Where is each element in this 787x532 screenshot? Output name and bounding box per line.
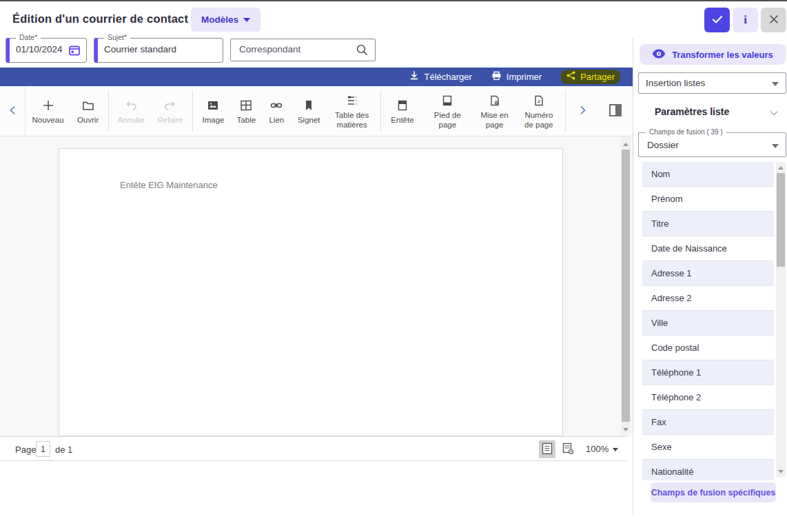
panel-toggle-icon [608,103,623,120]
print-button[interactable]: Imprimer [491,71,542,83]
scrollbar-thumb[interactable] [777,173,785,267]
toolbar-scroll-left-button[interactable] [0,86,25,136]
list-parameters-header[interactable]: Paramètres liste [638,99,786,124]
document-header-text: Entête EIG Maintenance [120,180,218,190]
footer-button[interactable]: Pied de page [421,86,473,136]
insertion-lists-dropdown[interactable]: Insertion listes [638,72,786,94]
fusion-field-label: Ville [651,318,668,328]
fusion-field-row[interactable]: Téléphone 1 [642,360,774,385]
redo-button-label: Refaire [157,116,183,125]
document-canvas[interactable]: Entête EIG Maintenance [0,136,633,436]
download-button[interactable]: Télécharger [409,71,471,83]
page-view-icon [542,442,553,457]
link-button[interactable]: Lien [262,86,292,136]
page-label: Page [15,444,36,455]
close-button[interactable] [761,8,786,32]
fusion-field-row[interactable]: Adresse 1 [642,261,774,286]
redo-button[interactable]: Refaire [151,86,190,136]
fusion-field-row[interactable]: Sexe [642,435,774,460]
date-input[interactable] [16,44,72,54]
fusion-field-label: Téléphone 1 [651,367,701,378]
subject-field[interactable]: Sujet* [94,38,223,63]
correspondent-input[interactable] [239,44,343,54]
insertion-lists-value: Insertion listes [646,78,705,88]
header-button-label: Entête [391,116,413,125]
share-button[interactable]: Partager [561,70,620,84]
caret-down-icon [772,144,779,148]
fusion-field-label: Code postal [651,342,699,353]
fusion-field-row[interactable]: Code postal [642,336,774,360]
scroll-up-icon[interactable] [778,166,784,170]
fusion-field-row[interactable]: Téléphone 2 [642,385,774,410]
info-icon: i [744,13,747,27]
new-button[interactable]: Nouveau [25,86,70,136]
plus-icon [41,99,55,112]
table-button[interactable]: Table [231,86,262,136]
fusion-field-row[interactable]: Adresse 2 [642,286,774,311]
toolbar-separator [380,90,381,132]
date-field-label: Date* [16,33,41,41]
fusion-field-row[interactable]: Date de Naissance [642,236,774,261]
fusion-field-label: Fax [651,417,666,427]
folder-icon [81,99,95,112]
editor-status-bar: Page de 1 100% [0,436,627,461]
zoom-dropdown[interactable]: 100% [586,444,618,454]
confirm-button[interactable] [704,8,730,32]
info-button[interactable]: i [733,8,758,32]
page-setup-button-label: Mise en page [478,111,511,129]
fusion-field-row[interactable]: Fax [642,410,774,435]
page-number-button[interactable]: # Numéro de page [515,86,562,136]
image-button[interactable]: Image [196,86,231,136]
undo-button[interactable]: Annuler [112,86,151,136]
fusion-field-row[interactable]: Prénom [642,187,774,212]
download-label: Télécharger [424,72,471,82]
caret-down-icon [243,18,250,22]
bookmark-button[interactable]: Signet [292,86,327,136]
models-button[interactable]: Modèles [191,8,260,32]
toolbar-scroll-right-button[interactable] [569,86,598,136]
fusion-field-label: Date de Naissance [651,243,727,254]
open-button-label: Ouvrir [77,116,99,125]
document-scrollbar[interactable] [621,136,631,436]
scroll-up-icon[interactable] [623,143,628,146]
specific-merge-fields-label: Champs de fusion spécifiques [651,488,776,498]
page-setup-button[interactable]: Mise en page [473,86,515,136]
date-field[interactable]: Date* [6,38,87,63]
header-button[interactable]: Entête [384,86,422,136]
close-icon [768,14,779,27]
side-panel-toggle-button[interactable] [598,86,633,136]
undo-icon [124,99,138,112]
search-icon[interactable] [356,43,369,59]
transform-values-button[interactable]: Transformer les valeurs [640,44,786,65]
letter-editor-window: Édition d'un courrier de contact Modèles… [0,0,787,532]
page-number-button-label: Numéro de page [520,111,558,129]
scrollbar-thumb[interactable] [622,150,630,422]
undo-button-label: Annuler [117,116,145,125]
fusion-field-label: Téléphone 2 [651,392,701,402]
document-action-bar: Télécharger Imprimer Partager [0,68,633,86]
fusion-field-row[interactable]: Nom [642,162,774,187]
document-page[interactable]: Entête EIG Maintenance [59,148,563,436]
page-view-mode-button[interactable] [539,440,555,458]
scroll-down-icon[interactable] [623,428,628,431]
fusion-field-row[interactable]: Ville [642,311,774,336]
merge-fields-dropdown[interactable]: Champs de fusion ( 39 ) Dossier [638,132,786,157]
fusion-field-row[interactable]: Titre [642,212,774,236]
fusion-field-row[interactable]: Nationalité [642,460,774,480]
calendar-icon[interactable] [68,44,81,59]
models-button-label: Modèles [201,14,238,25]
print-layout-button[interactable] [560,440,576,458]
page-number-input[interactable] [36,441,50,457]
toc-button-label: Table des matières [331,111,374,129]
redo-icon [163,99,177,112]
correspondent-field[interactable] [230,39,376,61]
eye-icon [652,49,666,61]
download-icon [409,71,419,83]
subject-input[interactable] [104,44,194,54]
chevron-left-icon [8,105,17,117]
toc-button[interactable]: Table des matières [327,86,378,136]
scroll-down-icon[interactable] [778,470,784,473]
open-button[interactable]: Ouvrir [70,86,105,136]
fields-list-scrollbar[interactable] [776,162,786,477]
specific-merge-fields-button[interactable]: Champs de fusion spécifiques [651,482,776,502]
